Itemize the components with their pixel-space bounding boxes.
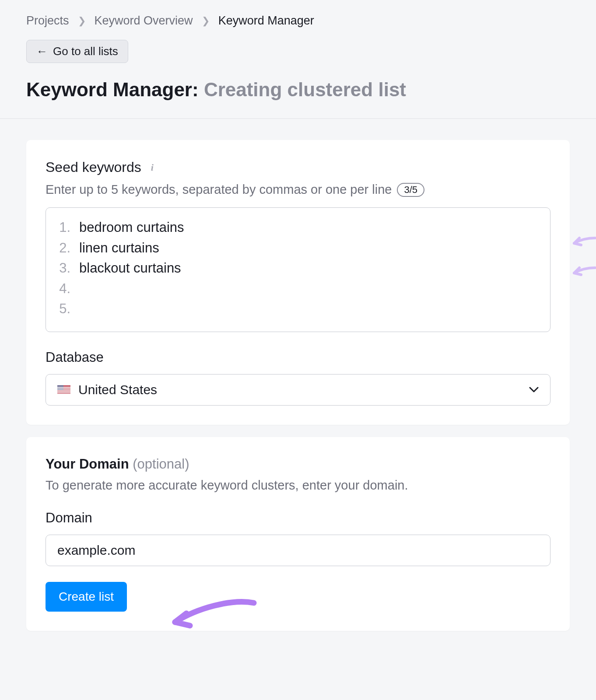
go-to-all-lists-button[interactable]: ← Go to all lists	[26, 40, 128, 63]
page-title: Keyword Manager: Creating clustered list	[26, 79, 570, 101]
seed-keywords-card: Seed keywords i Enter up to 5 keywords, …	[26, 140, 570, 425]
breadcrumb-projects[interactable]: Projects	[26, 14, 69, 28]
domain-input-value: example.com	[57, 543, 135, 558]
keyword-row: 4.	[58, 279, 538, 299]
arrow-left-icon: ←	[36, 45, 48, 58]
breadcrumb-keyword-overview[interactable]: Keyword Overview	[95, 14, 193, 28]
seed-keywords-hint: Enter up to 5 keywords, separated by com…	[46, 182, 392, 197]
chevron-right-icon: ❯	[202, 15, 210, 27]
breadcrumb-current: Keyword Manager	[218, 14, 314, 28]
database-select[interactable]: United States	[46, 374, 550, 406]
keyword-row: 1. bedroom curtains	[58, 217, 538, 238]
database-selected-value: United States	[78, 382, 157, 397]
back-button-label: Go to all lists	[53, 45, 118, 58]
breadcrumb: Projects ❯ Keyword Overview ❯ Keyword Ma…	[26, 14, 570, 28]
create-list-button[interactable]: Create list	[46, 582, 127, 612]
keyword-row: 5.	[58, 299, 538, 319]
domain-input[interactable]: example.com	[46, 535, 550, 566]
database-label: Database	[46, 350, 550, 365]
seed-keywords-heading: Seed keywords	[46, 159, 141, 175]
domain-hint: To generate more accurate keyword cluste…	[46, 478, 550, 493]
keyword-row: 2. linen curtains	[58, 238, 538, 259]
seed-keywords-input[interactable]: 1. bedroom curtains 2. linen curtains 3.…	[46, 207, 550, 332]
divider	[0, 118, 596, 119]
keyword-row: 3. blackout curtains	[58, 258, 538, 279]
domain-card: Your Domain (optional) To generate more …	[26, 437, 570, 631]
keyword-count-badge: 3/5	[397, 183, 424, 197]
chevron-down-icon	[529, 384, 539, 396]
us-flag-icon	[57, 385, 70, 394]
chevron-right-icon: ❯	[78, 15, 86, 27]
info-icon[interactable]: i	[147, 163, 157, 172]
annotation-arrow-icon	[166, 595, 258, 634]
domain-label: Domain	[46, 510, 550, 526]
your-domain-heading: Your Domain (optional)	[46, 456, 550, 472]
